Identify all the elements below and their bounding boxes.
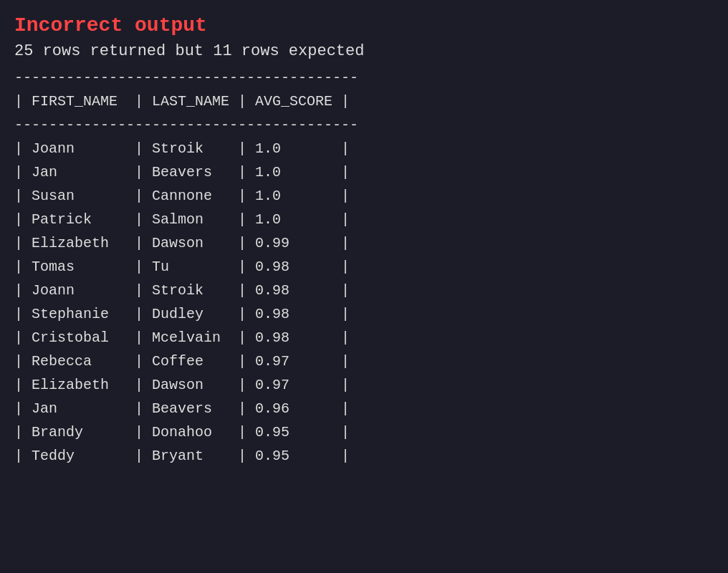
page-container: Incorrect output 25 rows returned but 11… [14,14,714,468]
output-block: ----------------------------------------… [14,66,714,468]
error-title: Incorrect output [14,14,714,37]
error-subtitle: 25 rows returned but 11 rows expected [14,42,714,60]
